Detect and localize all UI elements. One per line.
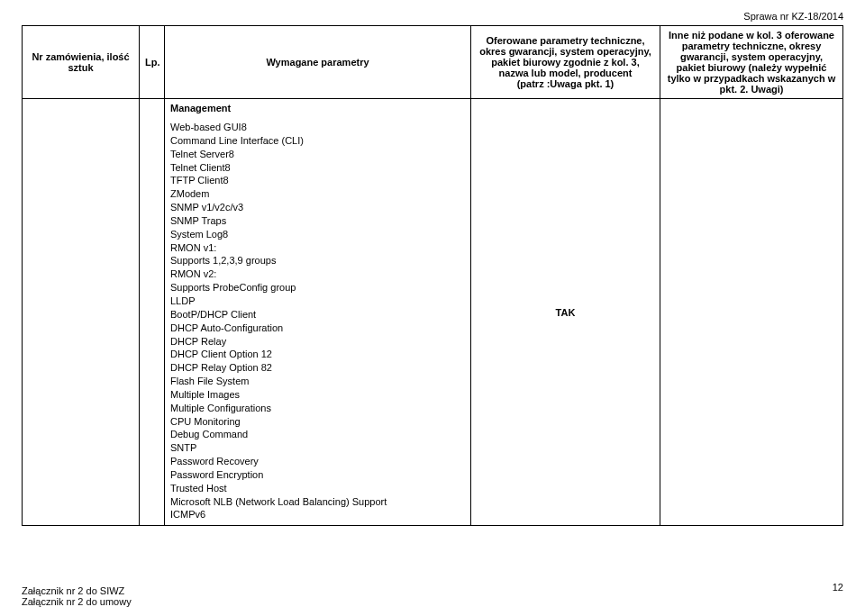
cell-required: Management Web-based GUI8 Command Line I… [165, 99, 471, 526]
table-row: Management Web-based GUI8 Command Line I… [23, 99, 843, 526]
cell-other [660, 99, 843, 526]
footer-line-2: Załącznik nr 2 do umowy [22, 596, 132, 607]
cell-lp [140, 99, 165, 526]
cell-offered: TAK [471, 99, 660, 526]
feature-list: Web-based GUI8 Command Line Interface (C… [170, 121, 465, 521]
col-header-lp: Lp. [140, 26, 165, 99]
spec-table: Nr zamówienia, ilość sztuk Lp. Wymagane … [22, 25, 843, 526]
col-header-offered: Oferowane parametry techniczne, okres gw… [471, 26, 660, 99]
cell-order [23, 99, 140, 526]
col-header-other: Inne niż podane w kol. 3 oferowane param… [660, 26, 843, 99]
case-number: Sprawa nr KZ-18/2014 [22, 11, 843, 22]
table-header-row: Nr zamówienia, ilość sztuk Lp. Wymagane … [23, 26, 843, 99]
footer-attachments: Załącznik nr 2 do SIWZ Załącznik nr 2 do… [22, 585, 132, 607]
page-number: 12 [833, 582, 843, 593]
management-heading: Management [170, 103, 465, 113]
footer-line-1: Załącznik nr 2 do SIWZ [22, 585, 132, 596]
col-header-required: Wymagane parametry [165, 26, 471, 99]
col-header-order: Nr zamówienia, ilość sztuk [23, 26, 140, 99]
